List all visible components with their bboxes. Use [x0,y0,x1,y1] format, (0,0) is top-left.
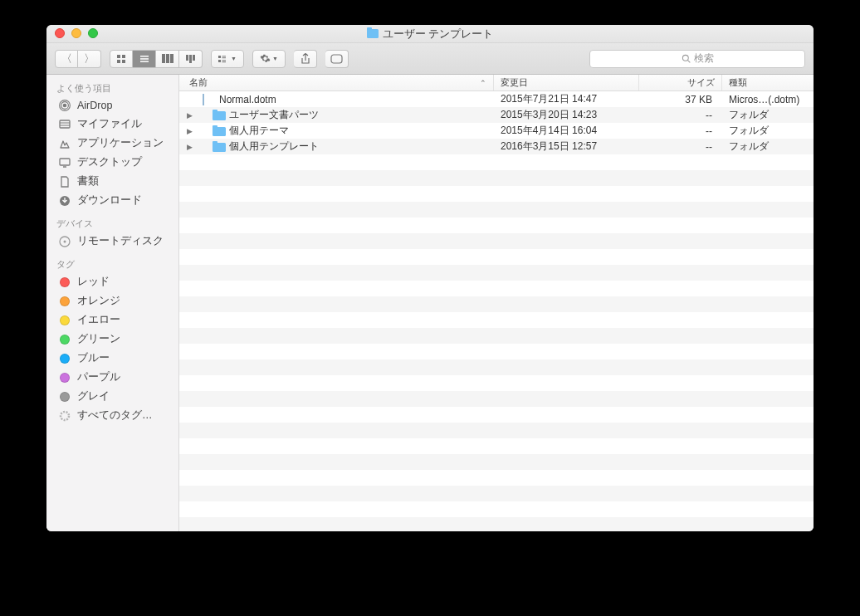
sidebar-item-label: イエロー [77,313,120,327]
sidebar-item-desktop[interactable]: デスクトップ [46,153,178,172]
table-row[interactable]: ▶個人用テーマ2015年4月14日 16:04--フォルダ [179,123,814,139]
svg-point-30 [61,412,69,420]
coverflow-view-button[interactable] [179,50,203,68]
devices-header: デバイス [46,215,178,232]
sidebar-item-documents[interactable]: 書類 [46,172,178,191]
close-icon[interactable] [55,28,65,38]
svg-rect-3 [122,60,125,63]
chevron-right-icon: 〉 [84,53,95,64]
tag-icon [330,54,344,64]
column-headers: 名前⌃ 変更日 サイズ 種類 [179,75,814,91]
file-size: 37 KB [639,94,722,105]
sidebar-tag-ブルー[interactable]: ブルー [46,349,178,368]
sidebar-tag-オレンジ[interactable]: オレンジ [46,291,178,310]
sidebar-item-label: すべてのタグ… [77,408,153,423]
minimize-icon[interactable] [71,28,81,38]
share-button[interactable] [294,50,317,68]
disclosure-triangle-icon[interactable]: ▶ [184,111,194,120]
remotedisc-icon [58,235,71,248]
back-button[interactable]: 〈 [55,50,78,68]
tag-dot-icon [60,296,70,306]
file-date: 2015年7月21日 14:47 [494,92,639,106]
svg-rect-25 [60,159,70,165]
table-row[interactable]: ▶ユーザー文書パーツ2015年3月20日 14:23--フォルダ [179,107,814,123]
svg-rect-1 [122,55,125,58]
title-text: ユーザー テンプレート [383,27,494,42]
share-icon [301,53,310,65]
svg-rect-14 [222,60,227,61]
sidebar-item-label: オレンジ [77,294,120,308]
sidebar-item-all-tags[interactable]: すべてのタグ… [46,406,178,425]
svg-rect-15 [222,61,227,62]
sidebar-item-label: ブルー [77,351,110,365]
icon-view-button[interactable] [110,50,133,68]
svg-rect-16 [331,55,342,63]
file-date: 2015年4月14日 16:04 [494,124,639,138]
tag-dot-icon [60,335,70,345]
arrange-button[interactable]: ▼ [211,50,244,68]
file-kind: Micros…(.dotm) [722,94,814,105]
column-view-icon [162,54,173,63]
file-kind: フォルダ [722,108,814,122]
tags-button[interactable] [325,50,349,68]
file-name: Normal.dotm [219,94,276,105]
sidebar-item-downloads[interactable]: ダウンロード [46,191,178,210]
file-date: 2016年3月15日 12:57 [494,139,639,154]
chevron-down-icon: ▼ [231,56,237,61]
table-row[interactable]: Normal.dotm2015年7月21日 14:4737 KBMicros…(… [179,91,814,107]
list-view-icon [139,54,149,64]
traffic-lights [55,28,98,38]
tag-dot-icon [60,277,70,287]
sidebar-item-label: リモートディスク [77,234,164,248]
svg-rect-7 [162,54,165,63]
zoom-icon[interactable] [88,28,98,38]
sidebar-item-remotedisc[interactable]: リモートディスク [46,232,178,251]
file-list: 名前⌃ 変更日 サイズ 種類 Normal.dotm2015年7月21日 14:… [179,75,814,531]
desktop-icon [58,156,71,169]
sidebar-tag-レッド[interactable]: レッド [46,272,178,291]
action-button[interactable]: ▼ [252,50,286,68]
search-icon [682,54,691,63]
svg-line-18 [687,61,690,63]
sidebar-tag-グレイ[interactable]: グレイ [46,387,178,406]
sidebar-item-applications[interactable]: アプリケーション [46,134,178,153]
column-name[interactable]: 名前⌃ [179,75,494,90]
column-view-button[interactable] [156,50,179,68]
file-name: 個人用テンプレート [229,139,319,154]
tag-dot-icon [60,373,70,383]
column-date[interactable]: 変更日 [494,75,639,90]
coverflow-icon [186,55,195,63]
disclosure-triangle-icon[interactable]: ▶ [184,127,194,135]
file-size: -- [639,110,722,121]
titlebar[interactable]: ユーザー テンプレート [46,25,814,43]
view-group [110,50,203,68]
icon-view-icon [116,54,126,64]
forward-button[interactable]: 〉 [78,50,101,68]
svg-rect-6 [140,61,149,62]
sidebar-item-myfiles[interactable]: マイファイル [46,115,178,134]
table-row[interactable]: ▶個人用テンプレート2016年3月15日 12:57--フォルダ [179,139,814,154]
documents-icon [58,175,71,188]
sidebar-tag-パープル[interactable]: パープル [46,368,178,387]
sidebar-item-label: グリーン [77,332,120,346]
svg-point-29 [64,240,66,242]
column-kind[interactable]: 種類 [722,75,814,90]
svg-rect-13 [222,57,227,58]
sidebar-item-airdrop[interactable]: AirDrop [46,96,178,115]
sidebar-item-label: グレイ [77,389,110,403]
sidebar-tag-イエロー[interactable]: イエロー [46,310,178,330]
nav-group: 〈 〉 [55,50,101,68]
arrange-group: ▼ [211,50,244,68]
document-icon [203,94,216,105]
applications-icon [58,137,71,150]
list-view-button[interactable] [133,50,156,68]
svg-rect-0 [117,55,120,58]
sidebar-item-label: 書類 [77,174,99,188]
svg-point-19 [63,104,67,108]
search-input[interactable]: 検索 [589,50,805,68]
tag-dot-icon [60,315,70,325]
sidebar-tag-グリーン[interactable]: グリーン [46,330,178,349]
column-size[interactable]: サイズ [639,75,722,90]
sidebar: よく使う項目 AirDropマイファイルアプリケーションデスクトップ書類ダウンロ… [46,75,179,531]
disclosure-triangle-icon[interactable]: ▶ [184,143,194,151]
